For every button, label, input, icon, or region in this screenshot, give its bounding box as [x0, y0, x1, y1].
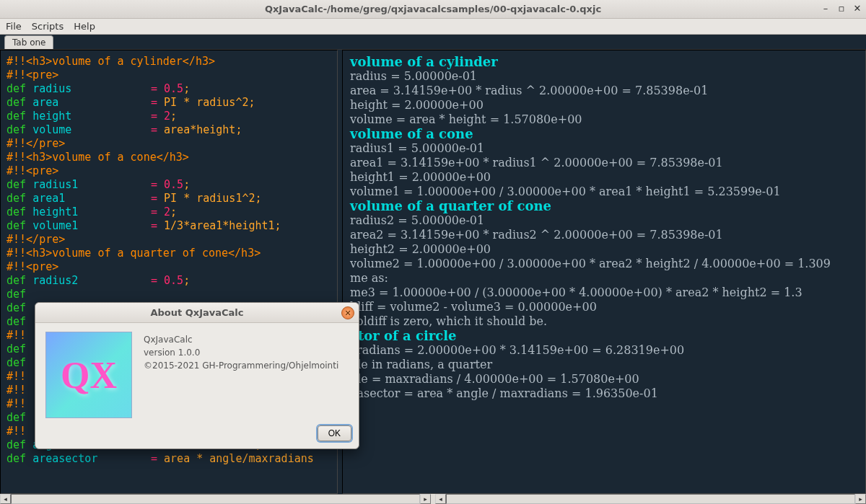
output-line: height2 = 2.00000e+00 [350, 242, 858, 257]
close-icon[interactable]: ✕ [852, 2, 863, 14]
about-logo: QX [45, 332, 132, 418]
tab-one[interactable]: Tab one [4, 35, 53, 49]
output-line: radius = 5.00000e-01 [350, 69, 858, 84]
output-pane[interactable]: volume of a cylinder radius = 5.00000e-0… [342, 50, 866, 494]
output-line: volume = area * height = 1.57080e+00 [350, 112, 858, 127]
output-line: ldiff = volume2 - volume3 = 0.00000e+00 [350, 300, 858, 314]
scroll-right-icon[interactable]: ▸ [420, 494, 431, 504]
output-line: voldiff is zero, which it should be. [350, 314, 858, 329]
output-line: radius1 = 5.00000e-01 [350, 141, 858, 156]
about-close-icon[interactable]: ✕ [341, 306, 354, 319]
about-version: version 1.0.0 [144, 346, 338, 359]
scroll-right-icon[interactable]: ▸ [855, 494, 866, 504]
minimize-icon[interactable]: – [820, 2, 831, 14]
menu-file[interactable]: File [6, 21, 22, 32]
about-appname: QxJavaCalc [144, 333, 338, 346]
output-line: me3 = 1.00000e+00 / (3.00000e+00 * 4.000… [350, 286, 858, 300]
output-heading: volume of a cone [350, 127, 858, 141]
maximize-icon[interactable]: ▫ [836, 2, 847, 14]
output-line: area = 3.14159e+00 * radius ^ 2.00000e+0… [350, 84, 858, 98]
scroll-left-icon[interactable]: ◂ [0, 494, 11, 504]
menu-scripts[interactable]: Scripts [32, 21, 64, 32]
window-title: QxJavaCalc-/home/greg/qxjavacalcsamples/… [265, 4, 601, 14]
menubar: File Scripts Help [0, 19, 866, 35]
about-title-label: About QxJavaCalc [150, 307, 243, 318]
about-text: QxJavaCalc version 1.0.0 ©2015-2021 GH-P… [144, 332, 338, 418]
output-line: area1 = 3.14159e+00 * radius1 ^ 2.00000e… [350, 156, 858, 170]
about-titlebar: About QxJavaCalc ✕ [35, 303, 359, 323]
output-line: volume2 = 1.00000e+00 / 3.00000e+00 * ar… [350, 257, 858, 271]
menu-help[interactable]: Help [74, 21, 95, 32]
about-copyright: ©2015-2021 GH-Programmering/Ohjelmointi [144, 359, 338, 372]
scrollbar-track-left[interactable] [11, 494, 420, 504]
output-heading: ctor of a circle [350, 329, 858, 343]
tabstrip: Tab one [0, 35, 866, 50]
about-ok-button[interactable]: OK [318, 425, 351, 441]
scroll-left-icon[interactable]: ◂ [435, 494, 446, 504]
horizontal-scrollbars: ◂ ▸ ◂ ▸ [0, 494, 866, 504]
output-line: xradians = 2.00000e+00 * 3.14159e+00 = 6… [350, 343, 858, 358]
about-dialog: About QxJavaCalc ✕ QX QxJavaCalc version… [35, 302, 359, 449]
output-line: gle in radians, a quarter [350, 358, 858, 372]
scrollbar-track-right[interactable] [446, 494, 855, 504]
output-line: me as: [350, 271, 858, 286]
output-line: radius2 = 5.00000e-01 [350, 213, 858, 228]
window-titlebar: QxJavaCalc-/home/greg/qxjavacalcsamples/… [0, 0, 866, 19]
output-line: height = 2.00000e+00 [350, 98, 858, 112]
output-heading: volume of a cylinder [350, 55, 858, 69]
output-heading: volume of a quarter of cone [350, 199, 858, 213]
output-line: area2 = 3.14159e+00 * radius2 ^ 2.00000e… [350, 228, 858, 242]
output-line: easector = area * angle / maxradians = 1… [350, 386, 858, 401]
output-line: gle = maxradians / 4.00000e+00 = 1.57080… [350, 372, 858, 386]
output-line: volume1 = 1.00000e+00 / 3.00000e+00 * ar… [350, 185, 858, 199]
output-line: height1 = 2.00000e+00 [350, 170, 858, 185]
